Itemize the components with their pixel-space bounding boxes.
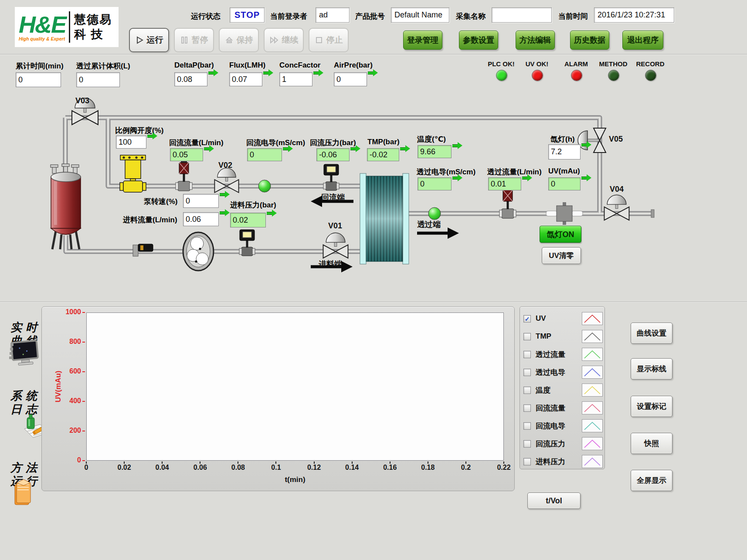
legend-line-sample-perm-cond[interactable] (582, 366, 603, 379)
show-cursor-button[interactable]: 显示标线 (631, 358, 672, 380)
tvol-toggle-button[interactable]: t/Vol (527, 492, 581, 509)
reflux-press-field: -0.06 (316, 148, 350, 161)
legend-checkbox-perm-cond[interactable] (523, 369, 531, 376)
proportional-valve[interactable] (120, 155, 146, 192)
batch-field[interactable]: Default Name (391, 7, 449, 23)
legend-line-sample-uv[interactable] (582, 312, 603, 325)
pause-button[interactable]: 暂停 (174, 28, 214, 52)
legend-checkbox-feed-press[interactable] (523, 458, 531, 465)
run-button[interactable]: 运行 (129, 28, 169, 52)
uv-readout-label: UV(mAu) (548, 167, 580, 176)
valve-v02[interactable] (214, 168, 238, 193)
deltap-field[interactable]: 0.08 (174, 72, 207, 86)
legend-checkbox-uv[interactable]: ✓ (523, 315, 531, 322)
perm-flow-field: 0.01 (488, 177, 521, 190)
legend-line-sample-feed-press[interactable] (582, 455, 603, 468)
uv-ok-led (532, 70, 543, 81)
login-manage-button[interactable]: 登录管理 (403, 31, 442, 50)
hold-button[interactable]: 保持 (219, 28, 259, 52)
prop-valve-field[interactable]: 100 (116, 136, 146, 149)
section-divider (0, 302, 747, 302)
flag-icon (581, 141, 592, 148)
method-edit-button[interactable]: 方法编辑 (516, 31, 555, 50)
run-status-label: 运行状态 (191, 11, 221, 21)
fullscreen-button[interactable]: 全屏显示 (631, 470, 672, 491)
legend-line-sample-temperature[interactable] (582, 384, 603, 397)
uv-detector (546, 202, 583, 225)
hold-button-label: 保持 (237, 34, 253, 46)
valve-v05-label: V05 (609, 135, 623, 144)
alarm-led (571, 70, 582, 81)
flag-icon (147, 132, 158, 139)
snapshot-button[interactable]: 快照 (631, 433, 672, 454)
alarm-label: ALARM (555, 60, 597, 68)
time-label: 当前时间 (558, 11, 588, 21)
legend-row-reflux-cond: 回流电导 (523, 419, 603, 432)
legend-row-uv: ✓UV (523, 312, 603, 325)
chart-plot-area[interactable] (86, 312, 504, 461)
xenon-on-button[interactable]: 氙灯ON (540, 226, 581, 243)
prop-valve-value: 100 (119, 138, 132, 147)
legend-line-sample-perm-flow[interactable] (582, 348, 603, 361)
legend-line-sample-reflux-press[interactable] (582, 437, 603, 450)
legend-line-sample-reflux-cond[interactable] (582, 419, 603, 432)
legend-line-sample-tmp[interactable] (582, 330, 603, 343)
acq-name-field[interactable] (492, 7, 552, 23)
sidebar-syslog-line1: 系统 (10, 389, 41, 402)
reflux-flow-field: 0.05 (170, 148, 203, 161)
legend-label-tmp: TMP (536, 332, 582, 341)
legend-checkbox-reflux-flow[interactable] (523, 404, 531, 412)
uv-zero-button[interactable]: UV清零 (542, 247, 581, 264)
exit-program-button[interactable]: 退出程序 (622, 31, 663, 50)
uv-ok-label: UV OK! (516, 60, 558, 68)
chart-x-axis-title: t(min) (251, 475, 339, 484)
total-time-field: 0 (16, 72, 61, 87)
chart-legend-panel: ✓UV TMP 透过流量 透过电导 温度 回流流量 回流电导 回流压力 进料压力 (520, 306, 605, 469)
uv-readout-value: 0 (551, 180, 555, 189)
legend-checkbox-temperature[interactable] (523, 387, 531, 394)
airpre-label: AirPre(bar) (334, 61, 373, 70)
fast-forward-icon (269, 36, 279, 44)
legend-checkbox-perm-flow[interactable] (523, 351, 531, 358)
reflux-port-label: 回流端 (321, 192, 345, 203)
feed-line-sensor (133, 244, 153, 256)
valve-v04[interactable] (604, 195, 629, 220)
tmp-field: -0.02 (367, 148, 399, 161)
tmp-label: TMP(bar) (367, 138, 400, 146)
set-marker-button[interactable]: 设置标记 (631, 396, 672, 417)
perm-total-volume-field: 0 (76, 72, 120, 87)
history-data-button[interactable]: 历史数据 (570, 31, 609, 50)
legend-line-sample-reflux-flow[interactable] (582, 401, 603, 414)
method-led (608, 70, 619, 81)
realtime-curve-icon[interactable] (8, 339, 41, 368)
flag-icon (220, 191, 230, 197)
plc-ok-led (496, 70, 507, 81)
concfactor-field[interactable]: 1 (279, 72, 312, 86)
flag-icon (522, 174, 533, 181)
flag-icon (350, 145, 361, 152)
method-run-icon[interactable] (10, 479, 35, 509)
param-settings-button[interactable]: 参数设置 (459, 31, 498, 50)
permeate-line-indicator-ball (428, 207, 441, 220)
xenon-hours-field[interactable]: 7.2 (548, 144, 581, 160)
flux-field[interactable]: 0.07 (229, 72, 262, 86)
legend-row-tmp: TMP (523, 330, 603, 343)
airpre-field[interactable]: 0 (334, 72, 367, 86)
valve-v01[interactable] (323, 233, 348, 258)
legend-label-perm-flow: 透过流量 (536, 350, 582, 360)
pause-icon (180, 36, 189, 44)
record-led (645, 70, 656, 81)
reflux-cond-field: 0 (247, 148, 282, 161)
perm-cond-label: 透过电导(mS/cm) (417, 167, 475, 177)
current-user-field[interactable]: ad (316, 7, 350, 23)
legend-checkbox-reflux-press[interactable] (523, 440, 531, 448)
feed-flow-field[interactable]: 0.06 (183, 212, 219, 226)
legend-checkbox-tmp[interactable] (523, 333, 531, 340)
pump-speed-field[interactable]: 0 (183, 194, 219, 208)
continue-button[interactable]: 继续 (264, 28, 304, 52)
stop-button[interactable]: 停止 (309, 28, 349, 52)
sidebar-realtime-line1: 实时 (10, 321, 41, 334)
legend-checkbox-reflux-cond[interactable] (523, 422, 531, 430)
legend-label-feed-press: 进料压力 (536, 457, 582, 467)
curve-settings-button[interactable]: 曲线设置 (631, 322, 672, 344)
